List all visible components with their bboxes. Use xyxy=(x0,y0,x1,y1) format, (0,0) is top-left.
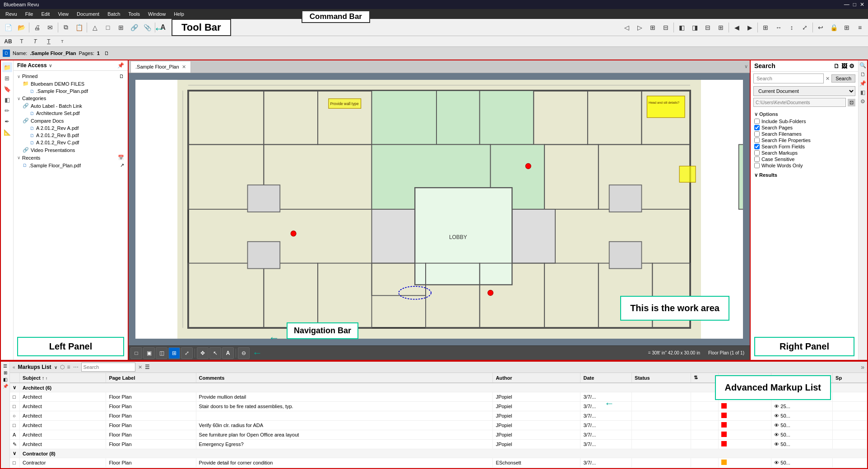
table-row[interactable]: □ Architect Floor Plan Stair doors to be… xyxy=(10,402,867,411)
opt-sub-folders-check[interactable] xyxy=(754,119,760,124)
col-date[interactable]: Date xyxy=(580,373,632,383)
bottom-panel-toggle[interactable]: « xyxy=(13,365,15,370)
search-gear-icon[interactable]: ⚙ xyxy=(849,63,854,69)
tb-measure[interactable]: ⊞ xyxy=(115,21,127,34)
tree-sample-floor[interactable]: 🗋 .Sample Floor_Plan.pdf xyxy=(14,87,128,95)
maximize-btn[interactable]: □ xyxy=(853,1,856,8)
rstrip-layers-icon[interactable]: ◧ xyxy=(860,89,865,96)
tb-copy[interactable]: ⧉ xyxy=(60,21,72,34)
strip-layers-icon[interactable]: ◧ xyxy=(2,95,12,105)
col-author[interactable]: Author xyxy=(493,373,580,383)
minimize-btn[interactable]: — xyxy=(844,1,849,8)
menu-file[interactable]: File xyxy=(22,10,37,18)
strip-files-icon[interactable]: 📁 xyxy=(2,62,12,72)
bottom-layers-icon[interactable]: ◧ xyxy=(3,377,7,382)
doc-tab[interactable]: .Sample Floor_Plan ✕ xyxy=(130,61,191,73)
menu-document[interactable]: Document xyxy=(73,10,103,18)
doc-copy-icon[interactable]: 🗋 xyxy=(104,51,109,56)
results-chevron[interactable]: ∨ xyxy=(754,172,759,178)
rstrip-doc-icon[interactable]: 🗋 xyxy=(860,71,866,78)
tb-r9[interactable]: ◀ xyxy=(730,21,743,34)
group-expand-icon[interactable]: ∨ xyxy=(10,383,20,392)
tb-textformat-t2[interactable]: T xyxy=(29,35,42,48)
tb-paste[interactable]: 📋 xyxy=(73,21,85,34)
tab-dropdown-icon[interactable]: ∨ xyxy=(744,64,748,69)
table-row[interactable]: □ Architect Floor Plan Verify 60in clr. … xyxy=(10,421,867,430)
markups-chevron[interactable]: ∨ xyxy=(54,365,57,370)
col-page[interactable]: Page Label xyxy=(106,373,196,383)
strip-measure-icon[interactable]: 📐 xyxy=(2,127,12,137)
tree-rev-b[interactable]: 🗋 A 2.01.2_Rev B.pdf xyxy=(14,132,128,139)
menu-tools[interactable]: Tools xyxy=(125,10,144,18)
pinned-group[interactable]: ∨ Pinned 🗋 xyxy=(14,73,128,80)
opt-whole-words-check[interactable] xyxy=(754,163,760,168)
bottom-grid-icon[interactable]: ⊞ xyxy=(4,370,7,375)
tb-r1[interactable]: ◁ xyxy=(620,21,633,34)
tb-email[interactable]: ✉ xyxy=(44,21,56,34)
left-panel-chevron[interactable]: ∨ xyxy=(49,63,52,68)
browse-icon[interactable]: ⊡ xyxy=(848,99,855,106)
col-sp[interactable]: Sp xyxy=(833,373,867,383)
rstrip-settings-icon[interactable]: ⚙ xyxy=(860,98,865,105)
nav-split[interactable]: ▣ xyxy=(143,347,155,359)
tb-r12[interactable]: ↔ xyxy=(772,21,785,34)
search-scope-dropdown[interactable]: Current Document xyxy=(753,86,855,96)
tb-new[interactable]: 📄 xyxy=(2,21,14,34)
markup-list-icon[interactable]: ☰ xyxy=(145,364,150,370)
close-btn[interactable]: ✕ xyxy=(860,1,864,8)
nav-text[interactable]: A xyxy=(222,347,234,359)
strip-markup-icon[interactable]: ✏ xyxy=(2,106,12,115)
tb-r2[interactable]: ▷ xyxy=(633,21,646,34)
search-input[interactable] xyxy=(753,74,824,83)
markup-search-input[interactable] xyxy=(81,363,135,372)
col-comments[interactable]: Comments xyxy=(196,373,493,383)
filter-icon[interactable]: ⬡ xyxy=(60,364,65,370)
search-img-icon[interactable]: 🖼 xyxy=(841,63,847,69)
tree-compare-docs[interactable]: 🔗 Compare Docs xyxy=(14,117,128,124)
strip-pen-icon[interactable]: ✒ xyxy=(2,116,12,126)
tb-attach[interactable]: 📎 xyxy=(141,21,153,34)
tb-r17[interactable]: ⊞ xyxy=(840,21,853,34)
tb-r13[interactable]: ↕ xyxy=(785,21,798,34)
table-row[interactable]: □ Contractor Floor Plan Provide detail f… xyxy=(10,458,867,468)
opt-search-filenames-check[interactable] xyxy=(754,131,760,137)
menu-revu[interactable]: Revu xyxy=(2,10,21,18)
tb-textformat-t1[interactable]: T xyxy=(15,35,28,48)
tb-r7[interactable]: ⊟ xyxy=(701,21,714,34)
opt-search-pages-check[interactable] xyxy=(754,125,760,130)
nav-page-layout[interactable]: □ xyxy=(130,347,142,359)
tb-r15[interactable]: ↩ xyxy=(814,21,827,34)
table-row[interactable]: ○ Architect Floor Plan JPopiel 3/7/... 👁… xyxy=(10,411,867,421)
bottom-pin-icon[interactable]: 📌 xyxy=(3,384,8,389)
bottom-list-icon[interactable]: ☰ xyxy=(3,363,7,368)
tb-r5[interactable]: ◧ xyxy=(675,21,688,34)
col-subject[interactable]: Subject ↑ xyxy=(20,373,106,383)
tb-r18[interactable]: ≡ xyxy=(854,21,866,34)
nav-zoom[interactable]: ⊖ xyxy=(238,347,250,359)
opt-markups-check[interactable] xyxy=(754,150,760,156)
search-path-input[interactable] xyxy=(753,98,846,107)
nav-multipage[interactable]: ⊞ xyxy=(168,347,180,359)
table-row[interactable]: ✎ Architect Floor Plan Emergency Egress?… xyxy=(10,440,867,449)
bottom-expand-btn[interactable]: » xyxy=(861,363,864,371)
tb-textformat-ab[interactable]: AB xyxy=(2,35,14,48)
nav-full[interactable]: ⤢ xyxy=(181,347,193,359)
group-expand-icon2[interactable]: ∨ xyxy=(10,449,20,458)
nav-hand[interactable]: ✥ xyxy=(197,347,209,359)
tree-arch-set[interactable]: 🗋 Architecture Set.pdf xyxy=(14,110,128,117)
search-button[interactable]: Search xyxy=(831,74,855,83)
rstrip-pin-icon[interactable]: 📌 xyxy=(859,80,866,87)
tb-r3[interactable]: ⊞ xyxy=(646,21,659,34)
col-status[interactable]: Status xyxy=(632,373,691,383)
opt-case-check[interactable] xyxy=(754,156,760,162)
table-row[interactable]: A Architect Floor Plan See furniture pla… xyxy=(10,430,867,440)
tb-textformat-t3[interactable]: T xyxy=(42,35,55,48)
menu-batch[interactable]: Batch xyxy=(104,10,124,18)
menu-window[interactable]: Window xyxy=(144,10,169,18)
strip-thumbs-icon[interactable]: ⊞ xyxy=(2,73,12,83)
tb-link[interactable]: 🔗 xyxy=(128,21,140,34)
nav-select[interactable]: ↖ xyxy=(209,347,221,359)
tb-r4[interactable]: ⊟ xyxy=(659,21,672,34)
tb-textformat-t4[interactable]: T xyxy=(56,35,69,48)
markup-search-clear[interactable]: ✕ xyxy=(138,364,142,370)
